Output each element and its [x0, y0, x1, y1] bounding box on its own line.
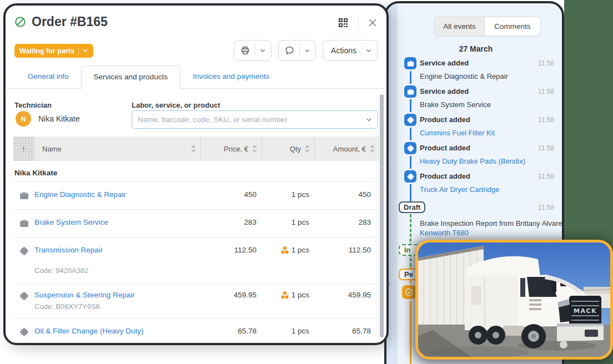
vehicle-link[interactable]: Kenworth T680 [420, 229, 554, 237]
puzzle-icon [13, 327, 34, 337]
item-link[interactable]: Brake System Service [34, 218, 201, 227]
item-link[interactable]: Suspension & Steering Repair [34, 291, 201, 300]
event-link[interactable]: Truck Air Dryer Cartridge [420, 185, 554, 195]
item-price: 450 [201, 190, 262, 200]
status-label: Waiting for parts [19, 47, 74, 55]
timeline-tabs: All events Comments [434, 17, 541, 36]
items-table-body: Engine Diagnostic & Repair 450 1 pcs 450… [13, 181, 379, 345]
timeline-event: Service added 11:58 Brake System Service [420, 87, 554, 110]
window-actions [337, 14, 378, 31]
item-amount: 450 [315, 190, 379, 200]
column-label: Qty [290, 145, 301, 153]
divider [358, 14, 359, 31]
event-time: 11:58 [538, 88, 554, 95]
item-link[interactable]: Engine Diagnostic & Repair [34, 190, 201, 199]
item-code: Code: B08XY7Y9S6 [34, 302, 201, 311]
event-link[interactable]: Heavy Duty Brake Pads (Bendix) [420, 157, 554, 166]
comment-button[interactable] [278, 40, 316, 61]
item-price: 459.95 [201, 291, 262, 311]
items-table-header: ↑ Name Price, € Qty Amount, € [13, 136, 379, 161]
column-header-name[interactable]: Name [34, 136, 201, 161]
column-label: Amount, € [333, 145, 366, 153]
technician-group-header: Nika Kitkate [14, 169, 57, 177]
search-label: Labor, service, or product [132, 101, 220, 109]
event-time: 11:58 [538, 173, 554, 180]
chat-bubble-icon [284, 46, 295, 55]
column-label: Price, € [224, 145, 248, 153]
event-title: Service added [420, 59, 469, 67]
briefcase-icon [404, 57, 416, 69]
item-search-box [132, 110, 378, 129]
event-time: 11:58 [538, 116, 554, 124]
event-title: Product added [420, 172, 470, 180]
vertical-scrollbar[interactable] [380, 94, 384, 337]
stock-boxes-icon [281, 291, 289, 299]
item-qty: 1 pcs [292, 291, 309, 300]
truck-grille-text: MACK [574, 307, 597, 315]
item-code: Code: 9420A382 [34, 266, 201, 275]
table-row: Brake System Service 283 1 pcs 283 [13, 209, 379, 237]
sort-icon [252, 145, 257, 153]
printer-icon [240, 46, 250, 55]
timeline-events: Service added 11:58 Engine Diagnostic & … [386, 59, 554, 237]
sort-icon [191, 145, 196, 153]
timeline-event: Product added 11:58 Heavy Duty Brake Pad… [420, 144, 554, 166]
puzzle-icon [404, 142, 416, 154]
tab-invoices-and-payments[interactable]: Invoices and payments [180, 65, 282, 88]
sort-icon [370, 145, 375, 153]
actions-label: Actions [329, 46, 356, 55]
item-amount: 112.50 [315, 246, 379, 275]
divider [78, 47, 79, 54]
qr-code-icon[interactable] [337, 17, 349, 29]
print-button[interactable] [234, 40, 272, 61]
chevron-down-icon [304, 49, 310, 53]
sort-icon [305, 145, 310, 153]
item-price: 112.50 [201, 246, 262, 275]
item-link[interactable]: Oil & Filter Change (Heavy Duty) [34, 327, 201, 336]
order-header: Order #B165 [14, 14, 108, 29]
tab-comments[interactable]: Comments [485, 17, 540, 36]
event-time: 11:58 [538, 204, 554, 211]
item-price: 283 [201, 218, 262, 228]
tab-services-and-products[interactable]: Services and products [81, 65, 181, 89]
event-time: 11:58 [538, 144, 554, 152]
avatar: N [16, 111, 31, 127]
chevron-down-icon[interactable] [366, 118, 372, 122]
technician-name: Nika Kitkate [38, 114, 80, 123]
event-title: Product added [420, 144, 470, 152]
event-link[interactable]: Cummins Fuel Filter Kit [420, 129, 554, 138]
item-search-input[interactable] [138, 115, 366, 124]
table-row: Engine Diagnostic & Repair 450 1 pcs 450 [13, 181, 379, 209]
column-header-qty[interactable]: Qty [262, 136, 315, 161]
order-status-badge[interactable]: Waiting for parts [14, 44, 93, 58]
check-circle-icon [402, 285, 416, 299]
item-qty: 1 pcs [292, 218, 309, 227]
item-amount: 65.78 [315, 327, 379, 337]
event-time: 11:58 [538, 59, 554, 67]
briefcase-icon [13, 190, 34, 200]
truck-photo-illustration: MACK [418, 242, 610, 357]
truck-photo[interactable]: MACK [415, 240, 613, 360]
draft-badge: Draft [399, 201, 425, 213]
slashed-circle-icon [14, 16, 26, 28]
item-link[interactable]: Transmission Repair [34, 246, 201, 255]
table-row: Suspension & Steering Repair Code: B08XY… [13, 284, 379, 318]
item-amount: 459.95 [315, 291, 379, 311]
puzzle-icon [13, 291, 34, 311]
event-title: Service added [420, 87, 469, 95]
screenshot-stage: › All events Comments 27 March Service a… [0, 0, 613, 364]
column-header-amount[interactable]: Amount, € [315, 136, 379, 161]
timeline-event: Product added 11:58 Cummins Fuel Filter … [420, 115, 554, 138]
event-text: Brake System Service [420, 100, 554, 110]
tab-general-info[interactable]: General info [16, 65, 81, 88]
item-qty: 1 pcs [292, 327, 309, 336]
actions-button[interactable]: Actions [323, 40, 378, 61]
timeline-event: Service added 11:58 Engine Diagnostic & … [420, 59, 554, 82]
timeline-event: Product added 11:58 Truck Air Dryer Cart… [420, 172, 554, 195]
sort-direction-header[interactable]: ↑ [13, 136, 34, 161]
close-icon[interactable] [368, 18, 378, 28]
item-price: 65.78 [201, 327, 262, 337]
tab-all-events[interactable]: All events [435, 17, 485, 36]
column-header-price[interactable]: Price, € [201, 136, 262, 161]
divider [255, 46, 255, 55]
